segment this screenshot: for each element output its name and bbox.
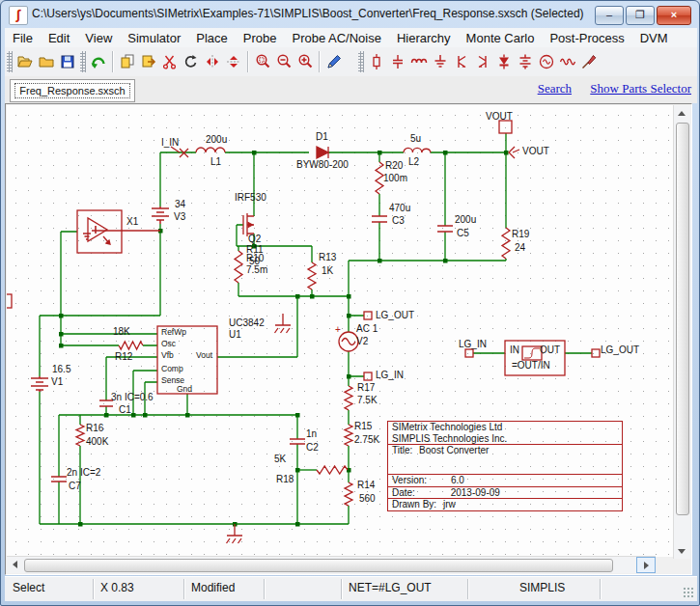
tab-freq-response[interactable]: Freq_Response.sxsch (10, 79, 135, 102)
vertical-scrollbar[interactable] (673, 105, 690, 559)
schematic-label[interactable]: 200u (455, 214, 476, 225)
schematic-label[interactable]: R18 (276, 474, 294, 484)
paste-icon[interactable] (138, 50, 159, 73)
schematic-label[interactable]: C1 (119, 404, 131, 415)
schematic-label[interactable]: 2.75K (354, 434, 379, 445)
zoom-area-icon[interactable] (252, 50, 273, 73)
place-probe-icon[interactable] (578, 50, 600, 73)
scroll-up-button[interactable] (674, 105, 689, 121)
mirror-vertical-icon[interactable] (223, 50, 244, 73)
schematic-label[interactable]: R13 (319, 252, 336, 262)
schematic-label[interactable]: =OUT/IN (512, 360, 550, 371)
schematic-label[interactable]: LG_IN (459, 339, 487, 349)
schematic-label[interactable]: R15 (354, 421, 372, 431)
schematic-label[interactable]: 34 (175, 199, 185, 209)
schematic-label[interactable]: C3 (392, 215, 405, 226)
schematic-label[interactable]: 5K (274, 454, 286, 464)
menu-item-file[interactable]: File (5, 29, 41, 47)
schematic-label[interactable]: Gnd (177, 385, 192, 394)
schematic-label[interactable]: R20 (385, 160, 403, 171)
resize-grip[interactable] (683, 587, 695, 599)
place-ground-icon[interactable] (430, 50, 451, 73)
wire-pencil-icon[interactable] (323, 50, 345, 73)
menu-item-view[interactable]: View (77, 29, 120, 47)
schematic-label[interactable]: 470u (389, 203, 410, 213)
place-resistor-icon[interactable] (366, 50, 387, 73)
schematic-label[interactable]: IN (510, 344, 519, 355)
schematic-label[interactable]: C2 (306, 442, 319, 453)
schematic-label[interactable]: Q2 (248, 234, 261, 244)
schematic-label[interactable]: 16.5 (52, 364, 70, 374)
schematic-label[interactable]: LG_IN (376, 370, 404, 380)
schematic-label[interactable]: 2n IC=2 (67, 467, 100, 478)
schematic-label[interactable]: VOUT (486, 111, 513, 122)
schematic-canvas[interactable]: I_IN200uL1D1BYW80-2005uL2VOUTVOUTR20100m… (7, 105, 673, 557)
schematic-label[interactable]: 24 (515, 242, 525, 253)
schematic-label[interactable]: 18K (113, 326, 130, 337)
schematic-label[interactable]: 560 (359, 493, 376, 504)
vertical-scroll-thumb[interactable] (676, 123, 689, 515)
schematic-label[interactable]: AC 1 (356, 323, 378, 334)
schematic-label[interactable]: C7 (69, 481, 81, 491)
schematic-label[interactable]: 1K (322, 265, 333, 276)
place-pnp-icon[interactable] (472, 50, 493, 73)
schematic-label[interactable]: L1 (210, 156, 221, 167)
place-supply-icon[interactable] (515, 50, 536, 73)
schematic-label[interactable]: R17 (357, 382, 375, 393)
menu-item-place[interactable]: Place (188, 29, 236, 47)
schematic-label[interactable]: Vfb (161, 351, 174, 360)
schematic-label[interactable]: LG_OUT (601, 344, 639, 355)
toolbar-grip[interactable] (7, 51, 13, 72)
undo-icon[interactable] (88, 50, 109, 73)
schematic-label[interactable]: I_IN (161, 137, 179, 148)
menu-item-post-process[interactable]: Post-Process (542, 29, 631, 47)
schematic-label[interactable]: L2 (408, 156, 419, 167)
schematic-label[interactable]: 400K (86, 436, 108, 447)
rotate-icon[interactable] (181, 50, 202, 73)
place-ac-source-icon[interactable] (536, 50, 557, 73)
schematic-label[interactable]: RefWp (161, 328, 186, 337)
menu-item-simulator[interactable]: Simulator (120, 29, 188, 47)
title-block[interactable]: SIMetrix Technologies Ltd SIMPLIS Techno… (387, 421, 623, 511)
place-inductor-icon[interactable] (408, 50, 430, 73)
open-folder-2-icon[interactable] (36, 50, 57, 73)
schematic-label[interactable]: R19 (512, 229, 529, 239)
schematic-label[interactable]: Comp (161, 365, 183, 373)
scroll-down-button[interactable] (674, 543, 689, 559)
schematic-label[interactable]: 200u (206, 134, 227, 145)
schematic-label[interactable]: D1 (316, 131, 328, 142)
place-diode-icon[interactable] (493, 50, 515, 73)
schematic-label[interactable]: Vout (196, 351, 212, 360)
schematic-label[interactable]: X1 (126, 216, 138, 227)
schematic-label[interactable]: LG_OUT (376, 310, 414, 320)
schematic-label[interactable]: 100m (383, 173, 407, 183)
schematic-label[interactable]: V2 (356, 336, 368, 346)
schematic-label[interactable]: U1 (229, 329, 241, 340)
menu-item-dvm[interactable]: DVM (632, 29, 676, 47)
schematic-label[interactable]: 7.5m (246, 264, 267, 275)
toolbar-grip[interactable] (358, 51, 364, 72)
menu-item-monte-carlo[interactable]: Monte Carlo (459, 29, 543, 47)
schematic-label[interactable]: Osc (161, 340, 176, 348)
scroll-left-button[interactable] (7, 557, 22, 572)
search-link[interactable]: Search (538, 81, 572, 96)
horizontal-scroll-thumb[interactable] (24, 559, 613, 572)
zoom-out-icon[interactable] (273, 50, 294, 73)
schematic-label[interactable]: VOUT (522, 146, 549, 156)
schematic-label[interactable]: 1n (306, 428, 317, 439)
horizontal-scrollbar[interactable] (7, 556, 656, 573)
place-npn-icon[interactable] (451, 50, 472, 73)
schematic-label[interactable]: 7.5K (357, 395, 378, 405)
menu-item-edit[interactable]: Edit (41, 29, 77, 47)
cut-icon[interactable] (159, 50, 181, 73)
close-button[interactable]: × (657, 6, 691, 25)
schematic-label[interactable]: + (335, 324, 341, 335)
scroll-right-button[interactable] (636, 557, 656, 573)
schematic-label[interactable]: 3n IC=0.6 (111, 392, 154, 402)
save-icon[interactable] (57, 50, 78, 73)
open-folder-icon[interactable] (14, 50, 36, 73)
copy-icon[interactable] (117, 50, 138, 73)
toolbar-grip[interactable] (80, 51, 86, 72)
mirror-horizontal-icon[interactable] (202, 50, 223, 73)
schematic-label[interactable]: BYW80-200 (296, 159, 349, 170)
